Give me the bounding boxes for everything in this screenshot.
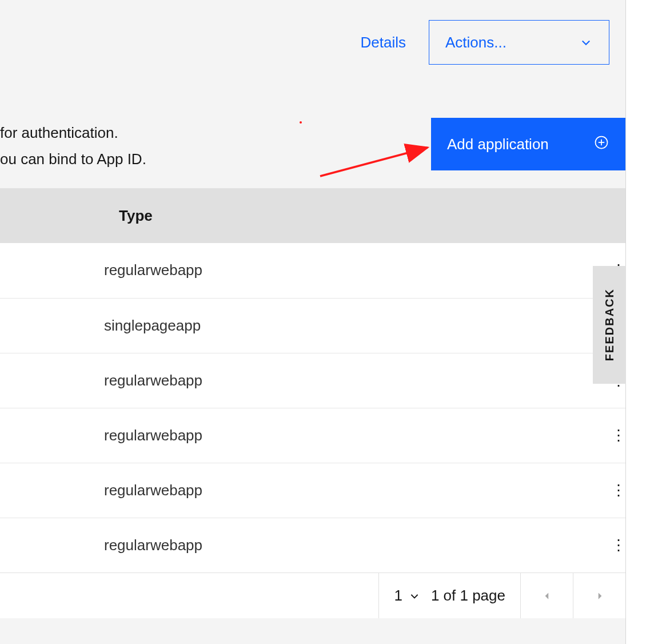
applications-table: Type regularwebapp ⋮ singlepageapp ⋮ reg… [0, 188, 625, 573]
table-header-row: Type [0, 188, 625, 243]
cell-type: regularwebapp [0, 518, 234, 573]
table-row[interactable]: regularwebapp ⋮ [0, 463, 625, 518]
cell-type: regularwebapp [0, 408, 234, 463]
svg-line-5 [320, 148, 428, 176]
description-line-2: ou can bind to App ID. [0, 146, 146, 172]
table-row[interactable]: regularwebapp ⋮ [0, 408, 625, 463]
column-header-type: Type [0, 188, 625, 243]
chevron-down-icon [409, 591, 420, 601]
svg-marker-7 [598, 593, 601, 599]
table-row[interactable]: regularwebapp ⋮ [0, 353, 625, 408]
description-text: for authentication. ou can bind to App I… [0, 120, 146, 172]
header-actions: Details Actions... [361, 20, 609, 65]
table-row[interactable]: singlepageapp ⋮ [0, 298, 625, 353]
table-row[interactable]: regularwebapp ⋮ [0, 243, 625, 298]
add-application-label: Add application [447, 136, 549, 153]
pagination-prev-button[interactable] [520, 573, 573, 618]
svg-marker-6 [545, 593, 548, 599]
cell-type: singlepageapp [0, 298, 234, 353]
pagination-page-block: 1 1 of 1 page [378, 573, 520, 618]
page-status-text: 1 of 1 page [431, 587, 505, 605]
actions-dropdown[interactable]: Actions... [429, 20, 609, 65]
cell-type: regularwebapp [0, 463, 234, 518]
details-link[interactable]: Details [361, 34, 406, 51]
table-row[interactable]: regularwebapp ⋮ [0, 518, 625, 573]
row-overflow-menu-icon[interactable]: ⋮ [612, 428, 625, 442]
row-overflow-menu-icon[interactable]: ⋮ [612, 538, 625, 552]
chevron-down-icon [579, 35, 593, 49]
cell-type: regularwebapp [0, 353, 234, 408]
page-root: Details Actions... for authentication. o… [0, 0, 654, 644]
description-line-1: for authentication. [0, 120, 146, 146]
pagination-bar: 1 1 of 1 page [0, 573, 625, 618]
plus-circle-icon [593, 134, 609, 154]
add-application-button[interactable]: Add application [431, 118, 625, 170]
feedback-label: FEEDBACK [603, 288, 616, 361]
caret-left-icon [542, 591, 552, 601]
page-number-value: 1 [394, 587, 402, 605]
actions-dropdown-label: Actions... [445, 34, 507, 51]
feedback-tab[interactable]: FEEDBACK [593, 266, 626, 384]
caret-right-icon [595, 591, 605, 601]
svg-point-4 [300, 121, 302, 124]
scrollbar-gutter [625, 0, 654, 644]
cell-type: regularwebapp [0, 243, 234, 298]
row-overflow-menu-icon[interactable]: ⋮ [612, 483, 625, 497]
page-number-select[interactable]: 1 [394, 587, 419, 605]
annotation-arrow [297, 114, 434, 183]
pagination-next-button[interactable] [573, 573, 625, 618]
